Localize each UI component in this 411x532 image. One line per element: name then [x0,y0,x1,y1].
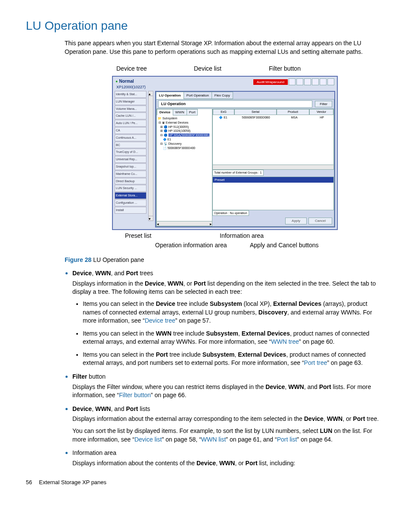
callout-filter-button: Filter button [269,65,301,73]
bullet-trees: Device, WWN, and Port trees Displays inf… [72,268,385,367]
link-device-list[interactable]: Device list [134,436,162,443]
list-scrollbar[interactable] [213,165,333,169]
tree-tab[interactable]: Port [187,109,198,115]
sidebar-item[interactable]: Configuration ... [115,199,146,206]
operation-info-area: Operation : No operation [212,210,249,216]
sidebar-scrollbar[interactable]: ▴ ▾ [148,91,153,221]
col-serial[interactable]: Serial [234,109,277,115]
bullet-info-area: Information area Displays information ab… [72,448,385,467]
outer-tabs: LU OperationPort OperationFlex Copy [156,92,334,99]
link-port-list[interactable]: Port list [277,436,297,443]
information-area: Total number of External Groups : 1 [212,170,264,176]
outer-tab[interactable]: LU Operation [156,92,184,99]
sub-wwn-tree: Items you can select in the WWN tree inc… [83,330,385,346]
link-wwn-list[interactable]: WWN list [201,436,226,443]
page-footer: 56 External Storage XP panes [26,479,385,486]
sidebar-item[interactable]: Snapshot top... [115,163,146,170]
sidebar-item[interactable]: Universal Rep... [115,156,146,163]
bullet-lists: Device, WWN, and Port lists Displays inf… [72,404,385,444]
callout-device-list: Device list [194,65,221,73]
outer-tab[interactable]: Port Operation [184,92,212,99]
callout-apply-cancel: Apply and Cancel buttons [250,241,319,250]
model-label: XP12000(10227) [116,84,146,90]
link-port-tree[interactable]: Port tree [304,359,327,366]
panel-title: LU Operation [158,100,312,108]
intro-paragraph: This pane appears when you start Externa… [65,39,385,56]
link-device-tree[interactable]: Device tree [145,317,175,324]
cancel-button[interactable]: Cancel [308,218,332,224]
sidebar-item[interactable]: LUN Manager [115,98,146,105]
col-exg[interactable]: ExG [213,109,234,115]
preset-list[interactable]: Preset [212,177,334,210]
device-tree[interactable]: 📁 Subsystem ⊟ 🖥 External Devices ⊞ 🔵 HP:… [157,115,212,221]
device-tree-pane: DeviceWWNPort 📁 Subsystem ⊟ 🖥 External D… [156,109,212,226]
bullet-filter: Filter button Displays the Filter window… [72,372,385,400]
sidebar-item[interactable]: LUN Security ... [115,185,146,192]
col-product[interactable]: Product [277,109,309,115]
toolbar-icon-6[interactable] [327,78,334,85]
audit-badge: Audit:Wraparound [253,79,288,85]
sidebar: Identity & Stat...LUN ManagerVolume Mana… [115,91,146,227]
status-normal: Normal [115,78,146,84]
toolbar-icon-3[interactable] [304,78,311,85]
sidebar-item[interactable]: Continuous A... [115,134,146,141]
sidebar-item[interactable]: BC [115,142,146,149]
sidebar-item[interactable]: CA [115,127,146,134]
outer-tab[interactable]: Flex Copy [212,92,233,99]
toolbar-icon-5[interactable] [320,78,327,85]
callout-preset-list: Preset list [125,232,151,240]
sidebar-item[interactable]: TrueCopy of D... [115,149,146,156]
link-wwn-tree[interactable]: WWN tree [271,338,299,345]
sub-device-tree: Items you can select in the Device tree … [83,300,385,325]
list-row[interactable]: 🔷 E1 50060B5F3000D0B0 MSA HP [213,115,333,120]
link-filter-button[interactable]: Filter button [119,392,151,398]
sidebar-item[interactable]: Install [115,207,146,214]
callout-device-tree: Device tree [116,65,147,73]
figure-28: Device tree Device list Filter button No… [65,65,385,251]
tree-tab[interactable]: WWN [173,109,187,115]
figure-caption: Figure 28 LU Operation pane [65,256,385,264]
page-title: LU Operation pane [26,17,385,34]
sidebar-item[interactable]: Volume Mana... [115,106,146,112]
sidebar-item[interactable]: External Stora... [115,192,146,199]
sidebar-item[interactable]: Direct Backup [115,178,146,185]
toolbar-icon-4[interactable] [312,78,319,85]
col-vendor[interactable]: Vendor [309,109,333,115]
sidebar-item[interactable]: Identity & Stat... [115,91,146,98]
callout-op-info: Operation information area [155,241,227,250]
toolbar-icon-2[interactable] [296,78,303,85]
device-list[interactable]: ExG Serial Product Vendor 🔷 E1 50060B5F3… [212,109,334,170]
sidebar-item[interactable]: Mainframe Co... [115,171,146,177]
app-window: Normal XP12000(10227) Audit:Wraparound I… [112,76,338,230]
apply-button[interactable]: Apply [285,218,307,224]
sidebar-item[interactable]: Cache LUN /... [115,112,146,119]
sub-port-tree: Items you can select in the Port tree in… [83,351,385,367]
sidebar-item[interactable]: Auto LUN / Pe... [115,120,146,127]
filter-button[interactable]: Filter [315,101,332,107]
tree-tab[interactable]: Device [157,109,173,115]
toolbar-icon-1[interactable] [289,78,296,85]
callout-info-area: Information area [220,232,264,240]
